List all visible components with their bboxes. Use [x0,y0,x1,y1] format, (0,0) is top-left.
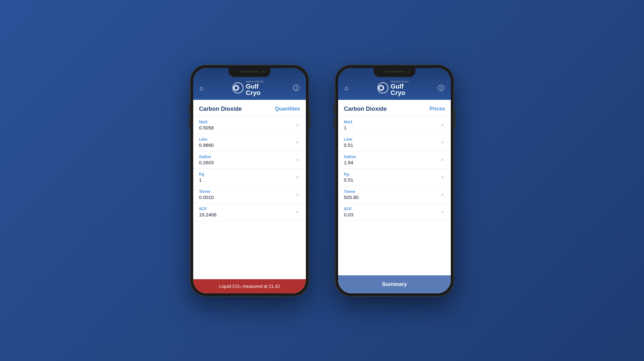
power-button [309,110,310,129]
value-p-kg[interactable]: 0.51 [344,177,440,183]
page-background: ⌂ INDUSTRIAL Gulf Cryo ⓘ [0,0,644,361]
svg-point-2 [234,86,238,90]
phone-quantities: ⌂ INDUSTRIAL Gulf Cryo ⓘ [190,65,309,297]
clear-p-litre[interactable]: × [440,138,445,146]
label-p-nm3: Nm3 [344,120,440,124]
clear-p-kg[interactable]: × [440,173,445,181]
app-content: Carbon Dioxide Quantities Nm3 0.5058 × [193,100,306,293]
row-p-gallon: Gallon 1.94 × [338,151,451,169]
camera-2 [407,71,410,73]
svg-point-5 [379,86,383,90]
section-header-2: Carbon Dioxide Prices [338,100,451,117]
summary-button[interactable]: Summary [338,275,451,293]
row-scf-content: SCF 19.2406 [199,207,295,217]
clear-kg[interactable]: × [295,173,300,181]
info-icon-2[interactable]: ⓘ [438,84,444,92]
label-gallon: Gallon [199,155,295,159]
row-kg-content: Kg 1 [199,172,295,183]
row-tonne-content: Tonne 0.0010 [199,189,295,200]
section-title-2: Carbon Dioxide [344,106,387,112]
camera [262,71,265,73]
value-tonne[interactable]: 0.0010 [199,195,295,200]
logo-text-2: INDUSTRIAL Gulf Cryo [391,80,409,96]
row-nm3: Nm3 0.5058 × [193,117,306,134]
row-scf: SCF 19.2406 × [193,204,306,221]
clear-gallon[interactable]: × [295,156,300,164]
clear-scf[interactable]: × [295,208,300,216]
power-button-2 [454,110,455,129]
row-p-nm3-content: Nm3 1 [344,120,440,130]
label-scf: SCF [199,207,295,211]
label-p-gallon: Gallon [344,155,440,159]
phone-screen-2: ⌂ INDUSTRIAL Gulf Cryo ⓘ [338,68,451,293]
vol-up-button [189,103,190,115]
row-litre: Litre 0.9860 × [193,134,306,151]
prices-list: Nm3 1 × Litre 0.51 × Gal [338,117,451,275]
phone-prices: ⌂ INDUSTRIAL Gulf Cryo ⓘ [335,65,454,297]
value-kg[interactable]: 1 [199,177,295,183]
row-p-nm3: Nm3 1 × [338,117,451,134]
value-gallon[interactable]: 0.2603 [199,160,295,165]
section-header: Carbon Dioxide Quantities [193,100,306,117]
label-kg: Kg [199,172,295,176]
label-p-litre: Litre [344,137,440,142]
quantities-list: Nm3 0.5058 × Litre 0.9860 × [193,117,306,279]
banner-text: Liquid CO₂ measured at 21.42 [219,284,280,289]
value-scf[interactable]: 19.2406 [199,212,295,217]
value-p-gallon[interactable]: 1.94 [344,160,440,165]
speaker-2 [385,71,404,72]
notch-2 [374,68,415,77]
logo-image [232,82,244,94]
row-nm3-content: Nm3 0.5058 [199,120,295,130]
clear-tonne[interactable]: × [295,191,300,198]
clear-p-gallon[interactable]: × [440,156,445,164]
clear-p-tonne[interactable]: × [440,191,445,198]
row-gallon: Gallon 0.2603 × [193,151,306,169]
phone-screen: ⌂ INDUSTRIAL Gulf Cryo ⓘ [193,68,306,293]
liquid-co2-banner: Liquid CO₂ measured at 21.42 [193,279,306,293]
clear-nm3[interactable]: × [295,121,300,129]
label-nm3: Nm3 [199,120,295,124]
speaker [240,71,259,72]
label-p-scf: SCF [344,207,440,211]
logo-image-2 [377,82,389,94]
value-p-nm3[interactable]: 1 [344,125,440,130]
row-p-scf-content: SCF 0.03 [344,207,440,217]
label-p-tonne: Tonne [344,189,440,194]
logo-text: INDUSTRIAL Gulf Cryo [246,80,264,96]
row-p-scf: SCF 0.03 × [338,204,451,221]
vol-up-button-2 [334,103,335,115]
section-subtitle: Quantities [275,106,300,112]
row-tonne: Tonne 0.0010 × [193,186,306,204]
value-litre[interactable]: 0.9860 [199,142,295,148]
info-icon[interactable]: ⓘ [293,84,299,92]
logo-2: INDUSTRIAL Gulf Cryo [377,80,409,96]
row-gallon-content: Gallon 0.2603 [199,155,295,165]
value-nm3[interactable]: 0.5058 [199,125,295,130]
vol-down-button-2 [334,118,335,129]
label-p-kg: Kg [344,172,440,176]
section-subtitle-2: Prices [430,106,445,112]
row-p-tonne: Tonne 505.80 × [338,186,451,204]
clear-p-scf[interactable]: × [440,208,445,216]
home-icon-2[interactable]: ⌂ [345,84,348,92]
value-p-litre[interactable]: 0.51 [344,142,440,148]
section-title: Carbon Dioxide [199,106,242,112]
row-p-tonne-content: Tonne 505.80 [344,189,440,200]
value-p-tonne[interactable]: 505.80 [344,195,440,200]
home-icon[interactable]: ⌂ [200,84,204,92]
logo: INDUSTRIAL Gulf Cryo [232,80,264,96]
row-p-gallon-content: Gallon 1.94 [344,155,440,165]
clear-p-nm3[interactable]: × [440,121,445,129]
notch [229,68,270,77]
row-p-litre-content: Litre 0.51 [344,137,440,148]
row-litre-content: Litre 0.9860 [199,137,295,148]
clear-litre[interactable]: × [295,138,300,146]
vol-down-button [189,118,190,129]
row-p-kg-content: Kg 0.51 [344,172,440,183]
label-litre: Litre [199,137,295,142]
row-p-kg: Kg 0.51 × [338,169,451,186]
app-content-2: Carbon Dioxide Prices Nm3 1 × Litre [338,100,451,293]
row-kg: Kg 1 × [193,169,306,186]
value-p-scf[interactable]: 0.03 [344,212,440,217]
